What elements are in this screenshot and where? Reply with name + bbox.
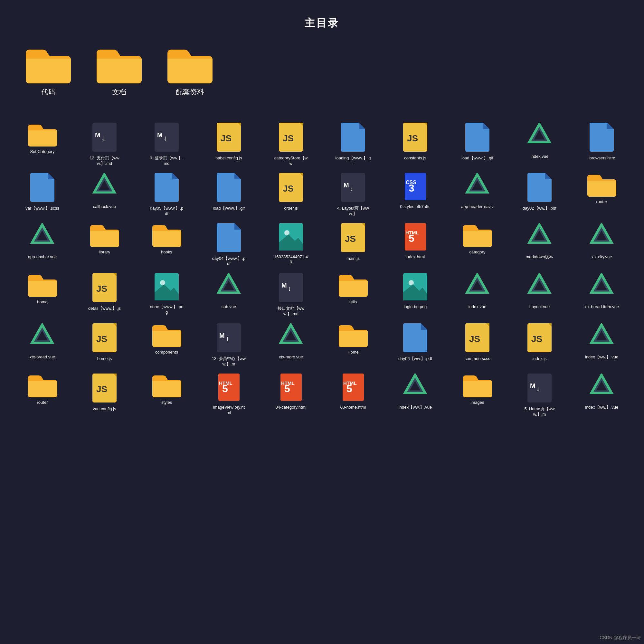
file-icon: 5 HTML	[404, 223, 427, 252]
file-item-f52[interactable]: JS vue.config.js	[75, 374, 134, 417]
file-item-f14[interactable]: load【www.】.gif	[199, 173, 258, 217]
file-label: none【www.】.png	[149, 304, 185, 315]
file-item-f30[interactable]: xtx-city.vue	[572, 223, 631, 267]
file-icon	[587, 173, 616, 197]
file-item-f6[interactable]: loading【www.】.gi	[324, 123, 383, 166]
file-item-f44[interactable]: M ↓ 13. 会员中心【www.】.m	[199, 323, 258, 367]
svg-text:↓: ↓	[226, 335, 229, 343]
file-item-f1[interactable]: SubCategory	[13, 123, 72, 166]
file-item-f37[interactable]: login-bg.png	[386, 273, 445, 317]
file-item-f22[interactable]: library	[75, 223, 134, 267]
file-label: 03-home.html	[340, 405, 366, 410]
file-item-f29[interactable]: markdown版本	[510, 223, 569, 267]
file-item-f51[interactable]: router	[13, 374, 72, 417]
file-item-f4[interactable]: JS babel.config.js	[199, 123, 258, 166]
file-label: 4. Layout页【www.】	[336, 206, 371, 217]
file-item-f28[interactable]: category	[448, 223, 507, 267]
file-item-f17[interactable]: 3 CSS 0.styles.bfb7a5c	[386, 173, 445, 217]
svg-rect-84	[280, 374, 302, 401]
file-item-f13[interactable]: day05【www.】.pdf	[137, 173, 196, 217]
file-label: 12. 支付页【www.】.md	[87, 156, 122, 166]
svg-rect-87	[343, 374, 364, 401]
file-item-f39[interactable]: Layout.vue	[510, 273, 569, 317]
file-item-f10[interactable]: .browserslistrc	[572, 123, 631, 166]
file-label: load【www.】.gif	[461, 156, 493, 161]
file-item-f19[interactable]: day02【ww.】.pdf	[510, 173, 569, 217]
file-item-f15[interactable]: JS order.js	[261, 173, 320, 217]
file-item-f38[interactable]: index.vue	[448, 273, 507, 317]
svg-text:M: M	[219, 332, 225, 339]
file-icon	[152, 223, 181, 247]
file-label: 接口文档【www.】.md	[273, 306, 309, 317]
file-item-f21[interactable]: app-navbar.vue	[13, 223, 72, 267]
file-item-f23[interactable]: hooks	[137, 223, 196, 267]
svg-text:CSS: CSS	[406, 180, 416, 185]
file-item-f49[interactable]: JS index.js	[510, 323, 569, 367]
file-item-f32[interactable]: JS detail【www.】.js	[75, 273, 134, 317]
file-item-f55[interactable]: 5 HTML 04-category.html	[261, 374, 320, 417]
file-icon	[152, 374, 181, 397]
file-item-f35[interactable]: M ↓ 接口文档【www.】.md	[261, 273, 320, 317]
file-label: loading【www.】.gi	[336, 156, 371, 166]
file-item-f56[interactable]: 5 HTML 03-home.html	[324, 374, 383, 417]
file-item-f12[interactable]: callback.vue	[75, 173, 134, 217]
folder-label: 配套资料	[176, 87, 204, 97]
file-label: var【www.】.scss	[25, 206, 59, 211]
file-item-f20[interactable]: router	[572, 173, 631, 217]
file-item-f8[interactable]: load【www.】.gif	[448, 123, 507, 166]
file-item-f9[interactable]: index.vue	[510, 123, 569, 166]
svg-rect-81	[218, 374, 240, 401]
file-item-f2[interactable]: M ↓ 12. 支付页【www.】.md	[75, 123, 134, 166]
file-item-f59[interactable]: M ↓ 5. Home页【www.】.m	[510, 374, 569, 417]
file-item-f47[interactable]: day06【ww.】.pdf	[386, 323, 445, 367]
svg-text:HTML: HTML	[405, 230, 419, 235]
file-icon	[339, 273, 368, 297]
file-item-f18[interactable]: app-header-nav.v	[448, 173, 507, 217]
file-label: styles	[161, 400, 172, 405]
file-item-f24[interactable]: day04【www.】.pdf	[199, 223, 258, 267]
file-item-f7[interactable]: JS constants.js	[386, 123, 445, 166]
file-label: login-bg.png	[404, 304, 427, 310]
file-icon	[217, 273, 241, 302]
svg-text:M: M	[344, 182, 349, 189]
file-item-f60[interactable]: index【ww.】.vue	[572, 374, 631, 417]
file-item-f27[interactable]: 5 HTML index.html	[386, 223, 445, 267]
folder-resources[interactable]: 配套资料	[167, 46, 213, 97]
svg-point-46	[160, 280, 165, 285]
file-item-f26[interactable]: JS main.js	[324, 223, 383, 267]
folder-code[interactable]: 代码	[26, 46, 71, 97]
file-item-f42[interactable]: JS home.js	[75, 323, 134, 367]
file-item-f53[interactable]: styles	[137, 374, 196, 417]
file-item-f46[interactable]: Home	[324, 323, 383, 367]
folder-docs[interactable]: 文档	[97, 46, 142, 97]
file-item-f3[interactable]: M ↓ 9. 登录页【ww.】.md	[137, 123, 196, 166]
file-item-f25[interactable]: 1603852444971.49	[261, 223, 320, 267]
file-item-f41[interactable]: xtx-bread.vue	[13, 323, 72, 367]
file-item-f5[interactable]: JS categoryStore【ww	[261, 123, 320, 166]
svg-text:HTML: HTML	[343, 380, 357, 386]
file-item-f31[interactable]: home	[13, 273, 72, 317]
file-icon	[30, 323, 54, 352]
file-item-f48[interactable]: JS common.scss	[448, 323, 507, 367]
file-item-f50[interactable]: index【ww.】.vue	[572, 323, 631, 367]
svg-text:JS: JS	[407, 133, 418, 143]
file-item-f57[interactable]: index【ww.】.vue	[386, 374, 445, 417]
file-icon: 5 HTML	[280, 374, 302, 402]
file-item-f45[interactable]: xtx-more.vue	[261, 323, 320, 367]
file-item-f58[interactable]: images	[448, 374, 507, 417]
file-item-f34[interactable]: sub.vue	[199, 273, 258, 317]
file-item-f54[interactable]: 5 HTML ImageView ory.html	[199, 374, 258, 417]
file-label: index.vue	[531, 154, 549, 159]
file-item-f43[interactable]: components	[137, 323, 196, 367]
file-item-f11[interactable]: var【www.】.scss	[13, 173, 72, 217]
file-label: xtx-bread-item.vue	[584, 304, 619, 310]
file-icon	[403, 374, 427, 402]
file-item-f36[interactable]: utils	[324, 273, 383, 317]
file-icon	[30, 223, 54, 252]
file-item-f16[interactable]: M ↓ 4. Layout页【www.】	[324, 173, 383, 217]
file-icon	[527, 223, 552, 252]
file-label: index.vue	[469, 304, 487, 310]
file-item-f33[interactable]: none【www.】.png	[137, 273, 196, 317]
file-item-f40[interactable]: xtx-bread-item.vue	[572, 273, 631, 317]
file-label: markdown版本	[526, 254, 554, 260]
